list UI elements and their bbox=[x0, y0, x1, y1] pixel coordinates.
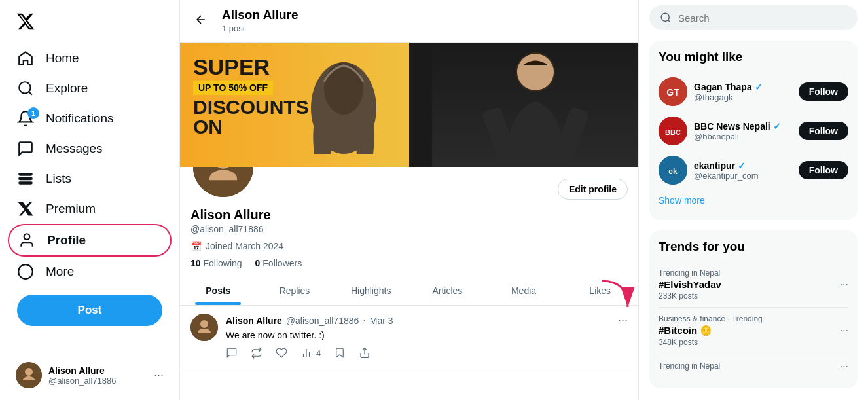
tab-highlights[interactable]: Highlights bbox=[333, 276, 409, 305]
verified-icon-1: ✓ bbox=[773, 121, 781, 132]
svg-rect-3 bbox=[19, 182, 32, 183]
followers-label[interactable]: Followers bbox=[262, 258, 302, 268]
sidebar-user[interactable]: Alison Allure @alison_all71886 ··· bbox=[8, 355, 172, 395]
profile-stats: 10 Following 0 Followers bbox=[190, 258, 628, 268]
profile-name: Alison Allure bbox=[190, 208, 628, 223]
following-count: 10 bbox=[190, 258, 201, 268]
home-icon bbox=[17, 50, 34, 67]
trends-section: Trends for you Trending in Nepal #Elvish… bbox=[649, 230, 858, 388]
trend-count-1: 348K posts bbox=[659, 338, 763, 347]
suggest-item-0: GT Gagan Thapa ✓ @thagagk Follow bbox=[659, 72, 848, 111]
trend-item-0[interactable]: Trending in Nepal #ElvishYadav 233K post… bbox=[659, 262, 848, 308]
right-sidebar: You might like GT Gagan Thapa ✓ @thagagk… bbox=[639, 0, 868, 400]
tweet-author-name: Alison Allure bbox=[226, 316, 282, 326]
suggest-avatar-1: BBC bbox=[659, 117, 687, 145]
main-content: Alison Allure 1 post SUPER UP TO 50% OFF… bbox=[180, 0, 639, 400]
suggest-avatar-2: ek bbox=[659, 156, 687, 185]
followers-count: 0 bbox=[255, 258, 261, 268]
sidebar-item-home-label: Home bbox=[46, 51, 79, 65]
more-icon bbox=[17, 263, 34, 280]
suggest-handle-0: @thagagk bbox=[694, 92, 792, 102]
tab-media[interactable]: Media bbox=[486, 276, 562, 305]
verified-icon-2: ✓ bbox=[738, 160, 746, 171]
tweet-date: Mar 3 bbox=[370, 316, 393, 326]
sidebar-item-lists[interactable]: Lists bbox=[8, 164, 172, 194]
tweet-reply-button[interactable] bbox=[226, 347, 238, 359]
sidebar-item-messages[interactable]: Messages bbox=[8, 134, 172, 164]
trend-more-icon-1[interactable]: ··· bbox=[840, 325, 848, 336]
trend-more-icon-2[interactable]: ··· bbox=[840, 361, 848, 373]
post-button[interactable]: Post bbox=[17, 295, 162, 326]
tweet-author-handle: @alison_all71886 bbox=[286, 316, 359, 326]
tweet-share-button[interactable] bbox=[359, 347, 371, 359]
tweet-like-button[interactable] bbox=[276, 347, 287, 359]
profile-header-post-count: 1 post bbox=[222, 24, 245, 33]
svg-point-20 bbox=[661, 13, 669, 21]
following-label[interactable]: Following bbox=[203, 258, 242, 268]
svg-rect-1 bbox=[19, 173, 32, 175]
main-nav: Home Explore 1 Notifications Messages bbox=[8, 43, 172, 287]
sidebar-item-lists-label: Lists bbox=[46, 172, 71, 186]
suggest-avatar-0: GT bbox=[659, 77, 687, 106]
sidebar-item-notifications-label: Notifications bbox=[46, 111, 114, 126]
sidebar-item-messages-label: Messages bbox=[46, 141, 103, 156]
sidebar-item-home[interactable]: Home bbox=[8, 43, 172, 73]
tab-articles[interactable]: Articles bbox=[409, 276, 486, 305]
suggest-item-2: ek ekantipur ✓ @ekantipur_com Follow bbox=[659, 151, 848, 190]
sidebar-item-explore[interactable]: Explore bbox=[8, 73, 172, 103]
svg-text:ek: ek bbox=[668, 167, 678, 176]
tab-posts[interactable]: Posts bbox=[180, 276, 257, 305]
suggest-handle-2: @ekantipur_com bbox=[694, 171, 792, 181]
sidebar-item-more-label: More bbox=[46, 264, 74, 279]
trend-category-0: Trending in Nepal bbox=[659, 268, 721, 278]
follow-button-0[interactable]: Follow bbox=[799, 82, 848, 101]
profile-icon bbox=[18, 232, 35, 249]
tweet-bookmark-button[interactable] bbox=[334, 347, 346, 359]
svg-point-4 bbox=[24, 234, 30, 240]
suggest-info-2: ekantipur ✓ @ekantipur_com bbox=[694, 160, 792, 181]
svg-point-7 bbox=[25, 368, 33, 376]
tweet-text: We are now on twitter. :) bbox=[226, 330, 628, 340]
tab-replies[interactable]: Replies bbox=[257, 276, 333, 305]
follow-button-2[interactable]: Follow bbox=[799, 161, 848, 179]
you-might-like-section: You might like GT Gagan Thapa ✓ @thagagk… bbox=[649, 41, 858, 220]
sidebar-user-info: Alison Allure @alison_all71886 bbox=[48, 365, 147, 386]
trend-item-2[interactable]: Trending in Nepal ··· bbox=[659, 354, 848, 379]
profile-followers: 0 Followers bbox=[255, 258, 302, 268]
follow-button-1[interactable]: Follow bbox=[799, 122, 848, 140]
banner-image: SUPER UP TO 50% OFF DISCOUNTS ON bbox=[180, 43, 638, 167]
sidebar-item-premium-label: Premium bbox=[46, 202, 96, 216]
tweet-avatar bbox=[190, 314, 218, 341]
trend-item-1[interactable]: Business & finance · Trending #Bitcoin 🪙… bbox=[659, 308, 848, 354]
trend-category-2: Trending in Nepal bbox=[659, 361, 720, 371]
sidebar-item-profile-label: Profile bbox=[47, 233, 86, 247]
svg-point-17 bbox=[200, 320, 208, 328]
show-more-link[interactable]: Show more bbox=[659, 190, 848, 211]
sidebar-item-notifications[interactable]: 1 Notifications bbox=[8, 103, 172, 134]
tweet-content: Alison Allure @alison_all71886 · Mar 3 ·… bbox=[226, 314, 628, 359]
search-icon bbox=[660, 12, 672, 24]
sidebar-user-more-icon[interactable]: ··· bbox=[154, 369, 164, 382]
profile-following: 10 Following bbox=[190, 258, 242, 268]
messages-icon bbox=[17, 140, 34, 157]
tweet-views-button[interactable]: 4 bbox=[300, 347, 321, 359]
trend-more-icon-0[interactable]: ··· bbox=[840, 279, 848, 291]
sidebar-item-more[interactable]: More bbox=[8, 257, 172, 287]
edit-profile-button[interactable]: Edit profile bbox=[558, 179, 628, 200]
profile-tabs: Posts Replies Highlights Articles Media … bbox=[180, 276, 638, 306]
tweet-retweet-button[interactable] bbox=[251, 347, 262, 359]
back-button[interactable] bbox=[190, 9, 211, 33]
explore-icon bbox=[17, 80, 34, 97]
trend-count-0: 233K posts bbox=[659, 291, 721, 300]
svg-point-13 bbox=[517, 54, 554, 90]
lists-icon bbox=[17, 170, 34, 187]
logo[interactable] bbox=[8, 5, 172, 41]
svg-point-9 bbox=[324, 62, 363, 115]
sidebar-item-profile[interactable]: Profile bbox=[8, 224, 172, 257]
sidebar-user-handle: @alison_all71886 bbox=[48, 376, 147, 386]
search-input[interactable] bbox=[678, 12, 847, 24]
svg-text:BBC: BBC bbox=[665, 128, 681, 136]
svg-point-0 bbox=[19, 82, 30, 93]
sidebar-item-explore-label: Explore bbox=[46, 81, 88, 96]
sidebar-item-premium[interactable]: Premium bbox=[8, 194, 172, 224]
